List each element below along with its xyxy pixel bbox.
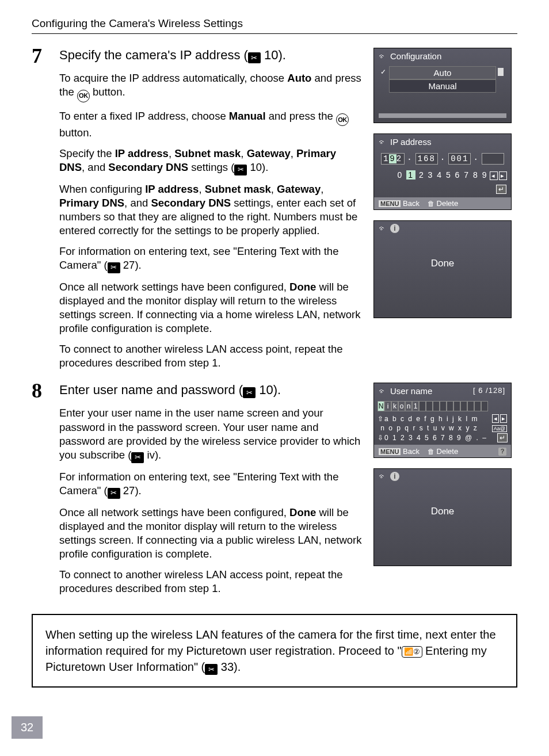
- trash-icon: 🗑: [428, 448, 434, 456]
- antenna-icon: ᯤ: [379, 387, 387, 396]
- config-option-auto: ✓ Auto: [389, 66, 496, 79]
- screen-ip-address: ᯤIP address 192. 168. 001. 0 1 2 3 4 5 6…: [373, 133, 512, 210]
- wrench-icon: ✂: [108, 488, 120, 499]
- left-arrow-icon: ◂: [490, 171, 498, 180]
- check-icon: ✓: [380, 68, 386, 76]
- right-arrow-icon: ▸: [499, 171, 507, 180]
- wrench-icon: ✂: [205, 664, 218, 675]
- antenna-icon: ᯤ: [379, 224, 387, 233]
- step7-p3: Specify the IP address, Subnet mask, Gat…: [59, 147, 363, 175]
- info-icon: i: [390, 472, 399, 481]
- wrench-icon: ✂: [248, 52, 261, 63]
- step7-p4: When configuring IP address, Subnet mask…: [59, 182, 363, 238]
- scroll-indicator: [498, 68, 504, 76]
- step7-p6: Once all network settings have been conf…: [59, 280, 363, 335]
- case-toggle-icon: Aa@: [492, 425, 507, 432]
- keyboard-row-2: n o p q r s t u v w x y zAa@: [374, 423, 511, 433]
- wrench-icon: ✂: [243, 387, 256, 398]
- step8-title: Enter user name and password (✂ 10).: [59, 383, 363, 398]
- screen-done-1: ᯤ i Done: [373, 220, 512, 318]
- enter-icon: ↵: [497, 433, 508, 442]
- page-header: Configuring the Camera's Wireless Settin…: [32, 17, 517, 34]
- menu-tag: MENU: [379, 200, 401, 207]
- right-arrow-icon: ▸: [500, 414, 507, 423]
- ok-icon: OK: [336, 113, 349, 126]
- step7-p5: For information on entering text, see "E…: [59, 245, 363, 273]
- trash-icon: 🗑: [428, 200, 434, 208]
- char-counter: [ 6 /128]: [473, 386, 505, 395]
- ok-icon: OK: [77, 90, 90, 102]
- antenna-icon: ᯤ: [379, 138, 387, 147]
- number-picker: 0 1 2 3 4 5 6 7 8 9 ◂▸: [374, 168, 511, 182]
- step-number-8: 8: [32, 380, 59, 401]
- screen-configuration: ᯤConfiguration ✓ Auto Manual: [373, 48, 512, 123]
- step8-p2: For information on entering text, see "E…: [59, 470, 363, 499]
- config-option-manual: Manual: [389, 79, 496, 93]
- antenna-icon: ᯤ: [379, 472, 387, 481]
- note-box: When setting up the wireless LAN feature…: [32, 614, 517, 688]
- screen-username: ᯤUser name[ 6 /128] Nikon1 ⇧a b c d e f …: [373, 383, 512, 458]
- wrench-icon: ✂: [108, 262, 120, 273]
- wrench-icon: ✂: [234, 165, 247, 175]
- ip-value: 192. 168. 001.: [374, 150, 511, 168]
- step7-p7: To connect to another wireless LAN acces…: [59, 342, 363, 370]
- step7-p2: To enter a fixed IP address, choose Manu…: [59, 109, 363, 140]
- keyboard-row-1: ⇧a b c d e f g h i j k l m◂▸: [374, 414, 511, 423]
- page-number: 32: [12, 716, 43, 739]
- left-arrow-icon: ◂: [492, 414, 499, 423]
- enter-icon: ↵: [496, 185, 506, 194]
- step8-p3: Once all network settings have been conf…: [59, 506, 363, 561]
- antenna-icon: ᯤ: [379, 52, 387, 61]
- step7-title: Specify the camera's IP address (✂ 10).: [59, 48, 363, 63]
- menu-tag: MENU: [379, 448, 401, 455]
- info-icon: i: [390, 224, 399, 233]
- help-icon: ?: [498, 448, 506, 456]
- keyboard-row-3: ⇩0 1 2 3 4 5 6 7 8 9 @ . –↵: [374, 433, 511, 445]
- step-number-7: 7: [32, 45, 59, 66]
- step7-p1: To acquire the IP address automatically,…: [59, 71, 363, 102]
- step8-p1: Enter your user name in the user name sc…: [59, 406, 363, 463]
- step8-p4: To connect to another wireless LAN acces…: [59, 568, 363, 595]
- wrench-icon: ✂: [131, 452, 144, 463]
- screen-done-2: ᯤ i Done: [373, 468, 512, 566]
- wlan-step-icon: 📶②: [402, 646, 422, 658]
- username-value: Nikon1: [374, 399, 511, 414]
